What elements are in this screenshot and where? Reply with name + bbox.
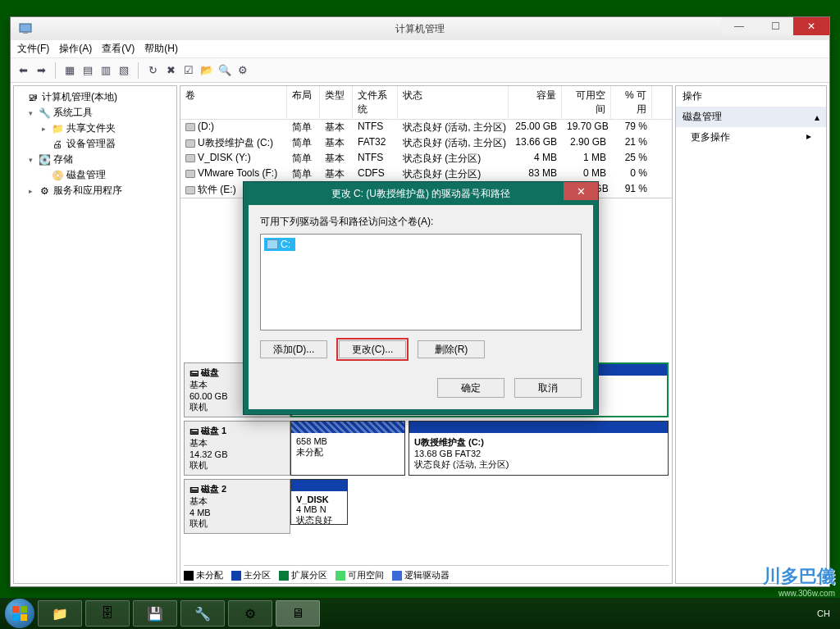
menu-help[interactable]: 帮助(H) (144, 42, 178, 56)
watermark-logo: 川多巴儀 (763, 564, 835, 589)
part-name: V_DISK (296, 495, 329, 504)
open-icon[interactable]: 📂 (199, 63, 214, 78)
disk-2[interactable]: 🖴 磁盘 2 基本 4 MB 联机 V_DISK 4 MB N 状态良好 (184, 479, 669, 534)
volume-row[interactable]: U教授维护盘 (C:)简单基本FAT32状态良好 (活动, 主分区)13.66 … (180, 135, 672, 151)
tree-root[interactable]: 🖳计算机管理(本地) (16, 89, 175, 105)
disk-1-basic: 基本 (189, 438, 208, 448)
task-mmc[interactable]: 🖥 (276, 600, 320, 627)
change-button[interactable]: 更改(C)... (339, 340, 406, 358)
actions-diskmgmt[interactable]: 磁盘管理▴ (676, 107, 826, 127)
drive-list[interactable]: C: (260, 234, 582, 330)
tree-storage[interactable]: ▾💽存储 (16, 152, 175, 167)
disk-1-partition-c[interactable]: U教授维护盘 (C:) 13.68 GB FAT32 状态良好 (活动, 主分区… (409, 421, 669, 476)
tree-services-label: 服务和应用程序 (53, 184, 122, 198)
cancel-button[interactable]: 取消 (514, 378, 582, 398)
minimize-button[interactable]: — (721, 17, 757, 35)
disk-2-name: 磁盘 2 (201, 484, 226, 494)
volume-row[interactable]: (D:)简单基本NTFS状态良好 (活动, 主分区)25.00 GB19.70 … (180, 120, 672, 135)
svg-rect-1 (23, 32, 28, 34)
disk-1-partition-unalloc[interactable]: 658 MB 未分配 (290, 421, 405, 476)
menubar: 文件(F) 操作(A) 查看(V) 帮助(H) (11, 40, 829, 58)
task-app4[interactable]: ⚙ (228, 600, 272, 627)
menu-view[interactable]: 查看(V) (102, 42, 135, 56)
task-explorer[interactable]: 📁 (38, 600, 82, 627)
header-volume[interactable]: 卷 (180, 86, 287, 119)
window-title: 计算机管理 (395, 22, 445, 36)
menu-action[interactable]: 操作(A) (59, 42, 92, 56)
toolbar-sep2 (138, 62, 139, 79)
task-app2[interactable]: 💾 (133, 600, 177, 627)
maximize-button[interactable]: ☐ (757, 17, 793, 35)
partition-header-bar (291, 480, 347, 491)
volume-row[interactable]: V_DISK (Y:)简单基本NTFS状态良好 (主分区)4 MB1 MB25 … (180, 151, 672, 166)
disk-0-basic: 基本 (189, 380, 208, 390)
toolbar-sep (55, 62, 56, 79)
search-icon[interactable]: 🔍 (217, 63, 232, 78)
delete-icon[interactable]: ✖ (163, 63, 178, 78)
dialog-close-button[interactable]: ✕ (564, 182, 598, 200)
actions-diskmgmt-label: 磁盘管理 (682, 110, 722, 124)
task-app3[interactable]: 🔧 (180, 600, 225, 627)
list-icon[interactable]: ▤ (80, 63, 95, 78)
header-percent[interactable]: % 可用 (611, 86, 652, 119)
add-button[interactable]: 添加(D)... (260, 340, 327, 358)
close-button[interactable]: ✕ (793, 17, 829, 35)
legend-unalloc: 未分配 (196, 570, 223, 580)
disk-2-partition[interactable]: V_DISK 4 MB N 状态良好 (290, 479, 348, 525)
collapse-icon: ▴ (815, 112, 819, 123)
part-size: 658 MB (296, 436, 327, 446)
tree-storage-label: 存储 (53, 153, 73, 166)
tiles-icon[interactable]: ▦ (62, 63, 77, 78)
part-size: 13.68 GB FAT32 (414, 449, 481, 458)
tree-services[interactable]: ▸⚙服务和应用程序 (16, 183, 175, 198)
legend-primary: 主分区 (244, 570, 271, 580)
start-button[interactable] (5, 599, 34, 628)
svg-rect-5 (21, 614, 27, 621)
tree-systools[interactable]: ▾🔧系统工具 (16, 105, 175, 121)
toolbar: ⬅ ➡ ▦ ▤ ▥ ▧ ↻ ✖ ☑ 📂 🔍 ⚙ (11, 58, 829, 83)
part-status: 状态良好 (296, 515, 332, 525)
actions-more[interactable]: 更多操作▸ (676, 127, 826, 148)
menu-file[interactable]: 文件(F) (17, 42, 49, 56)
header-layout[interactable]: 布局 (287, 86, 320, 119)
part-name: U教授维护盘 (C:) (414, 437, 484, 447)
disk-0-name: 磁盘 (201, 367, 219, 377)
header-free[interactable]: 可用空间 (562, 86, 611, 119)
chevron-right-icon: ▸ (806, 130, 811, 144)
drive-letter: C: (281, 239, 290, 250)
volume-row[interactable]: VMware Tools (F:)简单基本CDFS状态良好 (主分区)83 MB… (180, 166, 672, 182)
forward-icon[interactable]: ➡ (34, 63, 48, 78)
svg-rect-4 (12, 614, 19, 621)
dialog-body: 可用下列驱动器号和路径访问这个卷(A): C: 添加(D)... 更改(C)..… (249, 205, 593, 409)
header-status[interactable]: 状态 (398, 86, 509, 119)
delete-button[interactable]: 删除(R) (418, 340, 485, 358)
task-app1[interactable]: 🗄 (85, 600, 130, 627)
svg-rect-0 (20, 24, 31, 32)
tray-lang[interactable]: CH (817, 608, 830, 618)
tree-sharedfolders[interactable]: ▸📁共享文件夹 (16, 121, 175, 136)
refresh-icon[interactable]: ↻ (145, 63, 160, 78)
tree-devicemgr[interactable]: 🖨设备管理器 (16, 136, 175, 152)
watermark: 川多巴儀 www.306w.com (763, 564, 835, 598)
help-icon[interactable]: ⚙ (235, 63, 250, 78)
drive-list-item[interactable]: C: (264, 238, 295, 251)
header-type[interactable]: 类型 (320, 86, 353, 119)
back-icon[interactable]: ⬅ (16, 63, 30, 78)
disk-2-label: 🖴 磁盘 2 基本 4 MB 联机 (184, 479, 290, 534)
detail2-icon[interactable]: ▧ (116, 63, 131, 78)
disk-1[interactable]: 🖴 磁盘 1 基本 14.32 GB 联机 658 MB 未分配 (184, 421, 669, 476)
ok-button[interactable]: 确定 (437, 378, 504, 398)
tree-sharedfolders-label: 共享文件夹 (66, 121, 116, 135)
dialog-label: 可用下列驱动器号和路径访问这个卷(A): (260, 215, 582, 229)
details-icon[interactable]: ▥ (98, 63, 113, 78)
actions-panel: 操作 磁盘管理▴ 更多操作▸ (675, 85, 827, 584)
properties-icon[interactable]: ☑ (181, 63, 196, 78)
dialog-titlebar: 更改 C: (U教授维护盘) 的驱动器号和路径 ✕ (244, 182, 598, 205)
header-filesystem[interactable]: 文件系统 (353, 86, 398, 119)
tree-devicemgr-label: 设备管理器 (66, 137, 116, 151)
tree-diskmgmt[interactable]: 📀磁盘管理 (16, 167, 175, 183)
header-capacity[interactable]: 容量 (509, 86, 562, 119)
disk-0-status: 联机 (189, 402, 208, 412)
disk-2-basic: 基本 (189, 496, 208, 506)
dialog-title-text: 更改 C: (U教授维护盘) 的驱动器号和路径 (331, 187, 511, 201)
